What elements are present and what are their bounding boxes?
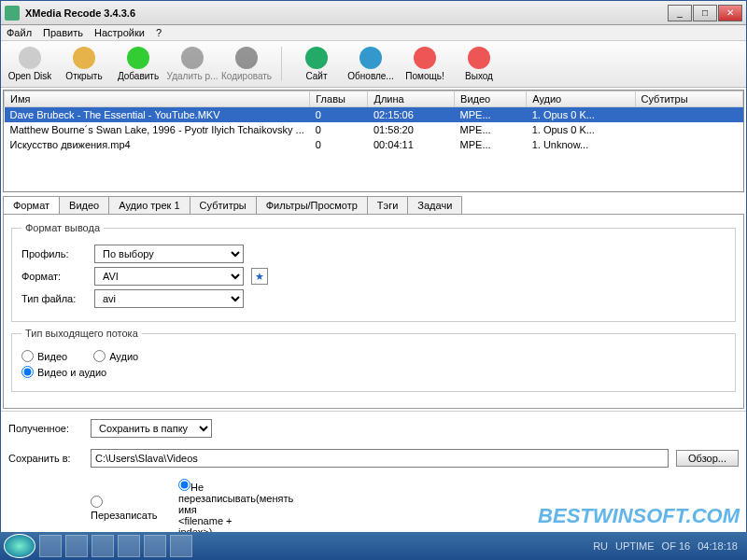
titlebar: XMedia Recode 3.4.3.6 _ □ ✕ <box>1 1 746 25</box>
maximize-button[interactable]: □ <box>693 5 717 21</box>
app-icon <box>5 6 20 21</box>
file-row[interactable]: Matthew Bourne´s Swan Lake, 1996 - Pyotr… <box>5 122 743 137</box>
profile-label: Профиль: <box>21 248 87 259</box>
toolbar-site[interactable]: Сайт <box>293 45 340 83</box>
cell-audio: 1. Opus 0 K... <box>527 122 635 137</box>
col-1[interactable]: Главы <box>310 91 368 107</box>
col-5[interactable]: Субтитры <box>635 91 742 107</box>
toolbar-encode: Кодировать <box>223 45 270 83</box>
tab-2[interactable]: Аудио трек 1 <box>108 196 190 214</box>
col-4[interactable]: Аудио <box>527 91 635 107</box>
col-2[interactable]: Длина <box>368 91 455 107</box>
taskbar-app-3[interactable] <box>92 535 114 557</box>
toolbar-update[interactable]: Обновле... <box>347 45 394 83</box>
menubar: ФайлПравитьНастройки? <box>1 25 746 41</box>
toolbar: Open DiskОткрытьДобавитьУдалить р...Коди… <box>1 41 746 88</box>
favorite-button[interactable]: ★ <box>251 268 268 285</box>
remove-label: Удалить р... <box>167 71 218 81</box>
file-list[interactable]: ИмяГлавыДлинаВидеоАудиоСубтитры Dave Bru… <box>3 90 744 192</box>
col-3[interactable]: Видео <box>455 91 527 107</box>
update-label: Обновле... <box>347 71 393 81</box>
file-row[interactable]: Dave Brubeck - The Essential - YouTube.M… <box>5 107 743 123</box>
start-button[interactable] <box>4 534 35 558</box>
exit-icon <box>468 47 490 69</box>
tab-5[interactable]: Тэги <box>367 196 409 214</box>
taskbar-app-1[interactable] <box>39 535 62 557</box>
browse-button[interactable]: Обзор... <box>676 450 739 467</box>
cell-video: MPE... <box>455 137 527 152</box>
cell-chapters: 0 <box>310 137 368 152</box>
toolbar-exit[interactable]: Выход <box>456 45 502 83</box>
menu-2[interactable]: Настройки <box>94 27 145 38</box>
col-0[interactable]: Имя <box>5 91 310 107</box>
menu-3[interactable]: ? <box>156 27 162 38</box>
received-select[interactable]: Сохранить в папку <box>91 419 212 438</box>
cell-subs <box>635 137 742 152</box>
system-tray[interactable]: RU UPTIME OF 16 04:18:18 <box>593 540 743 552</box>
tab-4[interactable]: Фильтры/Просмотр <box>256 196 368 214</box>
cell-chapters: 0 <box>310 107 368 123</box>
help-label: Помощь! <box>405 71 444 81</box>
stream-type-group: Тип выходящего потока Видео Аудио Видео … <box>11 328 736 392</box>
tab-0[interactable]: Формат <box>3 196 60 214</box>
add-icon <box>127 47 149 69</box>
file-row[interactable]: Искусство движения.mp4000:04:11MPE...1. … <box>5 137 743 152</box>
format-select[interactable]: AVI <box>94 267 244 286</box>
add-label: Добавить <box>118 71 159 81</box>
filetype-select[interactable]: avi <box>94 289 244 308</box>
cell-video: MPE... <box>455 107 527 123</box>
close-button[interactable]: ✕ <box>718 5 742 21</box>
tab-1[interactable]: Видео <box>59 196 109 214</box>
save-path-input[interactable] <box>91 449 669 468</box>
minimize-button[interactable]: _ <box>668 5 692 21</box>
cell-duration: 00:04:11 <box>368 137 455 152</box>
save-in-label: Сохранить в: <box>8 453 83 464</box>
open-disk-icon <box>19 47 41 69</box>
open-icon <box>73 47 95 69</box>
tab-3[interactable]: Субтитры <box>190 196 257 214</box>
stream-type-legend: Тип выходящего потока <box>21 328 142 339</box>
tray-uptime-label: UPTIME <box>615 540 655 552</box>
window-title: XMedia Recode 3.4.3.6 <box>25 7 668 19</box>
encode-icon <box>235 47 258 69</box>
radio-audio[interactable]: Аудио <box>93 350 138 362</box>
bottom-panel: Полученное: Сохранить в папку Сохранить … <box>1 411 746 545</box>
open-label: Открыть <box>65 71 102 81</box>
menu-0[interactable]: Файл <box>7 27 32 38</box>
exit-label: Выход <box>465 71 493 81</box>
tray-date: OF 16 <box>662 540 691 552</box>
received-label: Полученное: <box>8 423 83 434</box>
help-icon <box>414 47 436 69</box>
cell-subs <box>635 107 742 123</box>
menu-1[interactable]: Править <box>43 27 83 38</box>
taskbar-app-4[interactable] <box>118 535 140 557</box>
cell-name: Dave Brubeck - The Essential - YouTube.M… <box>5 107 310 123</box>
radio-video[interactable]: Видео <box>21 350 67 362</box>
tray-time: 04:18:18 <box>698 540 738 552</box>
radio-overwrite[interactable]: Перезаписать <box>91 496 156 521</box>
taskbar-app-5[interactable] <box>144 535 166 557</box>
taskbar-app-2[interactable] <box>65 535 88 557</box>
taskbar[interactable]: RU UPTIME OF 16 04:18:18 <box>0 532 747 560</box>
open-disk-label: Open Disk <box>8 71 52 81</box>
cell-subs <box>635 122 742 137</box>
format-label: Формат: <box>21 271 87 282</box>
toolbar-open-disk[interactable]: Open Disk <box>7 45 53 83</box>
site-icon <box>305 47 328 69</box>
taskbar-app-6[interactable] <box>170 535 192 557</box>
profile-select[interactable]: По выбору <box>94 245 244 263</box>
cell-video: MPE... <box>455 122 527 137</box>
toolbar-remove: Удалить р... <box>169 45 216 83</box>
site-label: Сайт <box>305 71 327 81</box>
toolbar-help[interactable]: Помощь! <box>402 45 448 83</box>
toolbar-open[interactable]: Открыть <box>61 45 107 83</box>
radio-no-overwrite[interactable]: Не перезаписывать(менять имя <filename +… <box>178 479 244 538</box>
update-icon <box>359 47 382 69</box>
tray-lang[interactable]: RU <box>593 540 608 552</box>
tab-6[interactable]: Задачи <box>407 196 462 214</box>
radio-both[interactable]: Видео и аудио <box>21 366 106 378</box>
format-pane: Формат вывода Профиль: По выбору Формат:… <box>3 214 744 409</box>
cell-audio: 1. Opus 0 K... <box>527 107 635 123</box>
cell-name: Искусство движения.mp4 <box>5 137 310 152</box>
toolbar-add[interactable]: Добавить <box>115 45 162 83</box>
